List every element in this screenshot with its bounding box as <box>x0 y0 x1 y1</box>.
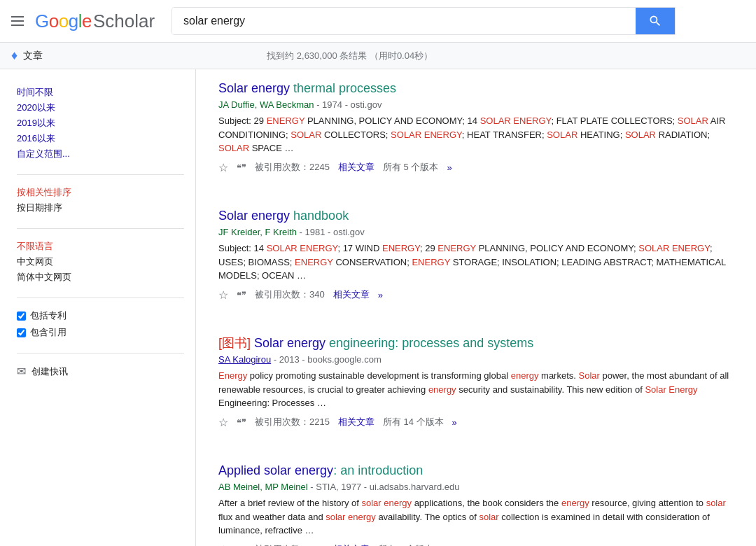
create-alert-label: 创建快讯 <box>31 365 68 378</box>
result-count: 找到约 2,630,000 条结果 <box>267 50 367 61</box>
sidebar-divider-2 <box>17 228 184 229</box>
result-title-3: [图书] Solar energy engineering: processes… <box>218 335 739 351</box>
result-title-4: Applied solar energy: an introduction <box>218 463 739 479</box>
sidebar-time-2019[interactable]: 2019以来 <box>17 117 184 130</box>
result-title-2: Solar energy handbook <box>218 208 739 224</box>
result-title-link-4[interactable]: Applied solar energy: an introduction <box>218 463 423 477</box>
sidebar-time-custom[interactable]: 自定义范围... <box>17 148 184 160</box>
result-item-1: Solar energy thermal processes JA Duffie… <box>218 80 739 186</box>
result-snippet-4: After a brief review of the history of s… <box>218 496 739 538</box>
sub-header: ♦ 文章 找到约 2,630,000 条结果 （用时0.04秒） <box>0 43 756 69</box>
sidebar: 时间不限 2020以来 2019以来 2016以来 自定义范围... 按相关性排… <box>0 69 196 546</box>
results-list: Solar energy thermal processes JA Duffie… <box>196 69 756 546</box>
cite-button-1[interactable]: ❝❞ <box>237 162 246 173</box>
result-snippet-1: Subject: 29 ENERGY PLANNING, POLICY AND … <box>218 114 739 155</box>
result-authors-3: SA Kalogirou - 2013 - books.google.com <box>218 354 739 365</box>
more-actions-1[interactable]: » <box>447 162 451 173</box>
include-patents-label: 包括专利 <box>30 309 66 322</box>
sort-filter-section: 按相关性排序 按日期排序 <box>17 186 184 214</box>
hamburger-icon[interactable] <box>11 16 24 26</box>
include-citations-checkbox[interactable] <box>17 328 26 337</box>
main-layout: 时间不限 2020以来 2019以来 2016以来 自定义范围... 按相关性排… <box>0 69 756 546</box>
cited-label-4: 被引用次数：667 <box>255 543 325 546</box>
versions-label-3: 所有 14 个版本 <box>383 416 444 428</box>
sidebar-divider-4 <box>17 353 184 354</box>
cited-label-3: 被引用次数：2215 <box>255 416 330 428</box>
logo: Google Scholar <box>35 10 155 32</box>
time-filter-section: 时间不限 2020以来 2019以来 2016以来 自定义范围... <box>17 86 184 160</box>
include-citations-row: 包含引用 <box>17 326 184 339</box>
cited-label-1: 被引用次数：2245 <box>255 161 330 174</box>
result-item-4: Applied solar energy: an introduction AB… <box>218 463 739 546</box>
include-patents-checkbox[interactable] <box>17 312 26 321</box>
more-actions-2[interactable]: » <box>378 290 383 300</box>
star-button-1[interactable]: ☆ <box>218 161 228 174</box>
header: Google Scholar <box>0 0 756 43</box>
search-button[interactable] <box>636 8 675 34</box>
result-info: 找到约 2,630,000 条结果 （用时0.04秒） <box>267 50 433 62</box>
cited-label-2: 被引用次数：340 <box>255 288 325 301</box>
cite-button-3[interactable]: ❝❞ <box>237 417 246 428</box>
include-patents-row: 包括专利 <box>17 309 184 322</box>
related-articles-link-2[interactable]: 相关文章 <box>333 288 370 301</box>
create-alert-row[interactable]: ✉ 创建快讯 <box>17 365 184 378</box>
result-snippet-2: Subject: 14 SOLAR ENERGY; 17 WIND ENERGY… <box>218 241 739 283</box>
search-bar <box>172 7 676 35</box>
sidebar-time-unlimited[interactable]: 时间不限 <box>17 86 184 99</box>
more-actions-3[interactable]: » <box>452 417 457 428</box>
sidebar-divider-3 <box>17 298 184 298</box>
result-item-2: Solar energy handbook JF Kreider, F Krei… <box>218 208 739 313</box>
versions-label-4: 所有 6 个版本 <box>378 543 433 546</box>
result-title-link-3[interactable]: [图书] Solar energy engineering: processes… <box>218 336 533 350</box>
related-articles-link-3[interactable]: 相关文章 <box>338 416 374 428</box>
diamond-icon: ♦ <box>11 48 18 63</box>
checkbox-section: 包括专利 包含引用 <box>17 309 184 339</box>
related-articles-link-4[interactable]: 相关文章 <box>333 543 370 546</box>
result-time: （用时0.04秒） <box>370 50 433 61</box>
result-authors-1: JA Duffie, WA Beckman - 1974 - osti.gov <box>218 99 739 110</box>
sidebar-time-2020[interactable]: 2020以来 <box>17 102 184 114</box>
sidebar-lang-chinese[interactable]: 中文网页 <box>17 255 184 268</box>
sidebar-sort-relevance[interactable]: 按相关性排序 <box>17 186 184 199</box>
search-input[interactable] <box>172 8 636 34</box>
result-title-1: Solar energy thermal processes <box>218 80 739 97</box>
result-actions-1: ☆ ❝❞ 被引用次数：2245 相关文章 所有 5 个版本 » <box>218 161 739 174</box>
star-button-4[interactable]: ☆ <box>218 543 228 546</box>
search-icon <box>648 14 662 28</box>
versions-label-1: 所有 5 个版本 <box>383 161 438 174</box>
star-button-3[interactable]: ☆ <box>218 416 228 429</box>
sidebar-lang-simplified[interactable]: 简体中文网页 <box>17 271 184 284</box>
result-authors-4: AB Meinel, MP Meinel - STIA, 1977 - ui.a… <box>218 482 739 492</box>
result-snippet-3: Energy policy promoting sustainable deve… <box>218 369 739 410</box>
include-citations-label: 包含引用 <box>30 326 66 339</box>
sidebar-divider-1 <box>17 174 184 175</box>
result-title-link-2[interactable]: Solar energy handbook <box>218 209 349 223</box>
sidebar-sort-date[interactable]: 按日期排序 <box>17 202 184 214</box>
articles-tab[interactable]: ♦ 文章 <box>11 48 43 63</box>
result-title-link-1[interactable]: Solar energy thermal processes <box>218 81 396 95</box>
cite-button-2[interactable]: ❝❞ <box>237 290 246 300</box>
logo-google-text: Google <box>35 10 92 32</box>
result-item-3: [图书] Solar energy engineering: processes… <box>218 335 739 440</box>
result-authors-2: JF Kreider, F Kreith - 1981 - osti.gov <box>218 227 739 237</box>
result-actions-2: ☆ ❝❞ 被引用次数：340 相关文章 » <box>218 288 739 302</box>
star-button-2[interactable]: ☆ <box>218 288 228 302</box>
result-actions-4: ☆ ❝❞ 被引用次数：667 相关文章 所有 6 个版本 » <box>218 543 739 546</box>
mail-icon: ✉ <box>17 365 26 378</box>
articles-tab-label: 文章 <box>23 50 43 62</box>
sidebar-time-2016[interactable]: 2016以来 <box>17 132 184 145</box>
result-actions-3: ☆ ❝❞ 被引用次数：2215 相关文章 所有 14 个版本 » <box>218 416 739 429</box>
logo-scholar-text: Scholar <box>93 10 155 32</box>
related-articles-link-1[interactable]: 相关文章 <box>338 161 374 174</box>
sidebar-lang-all[interactable]: 不限语言 <box>17 240 184 253</box>
language-filter-section: 不限语言 中文网页 简体中文网页 <box>17 240 184 284</box>
